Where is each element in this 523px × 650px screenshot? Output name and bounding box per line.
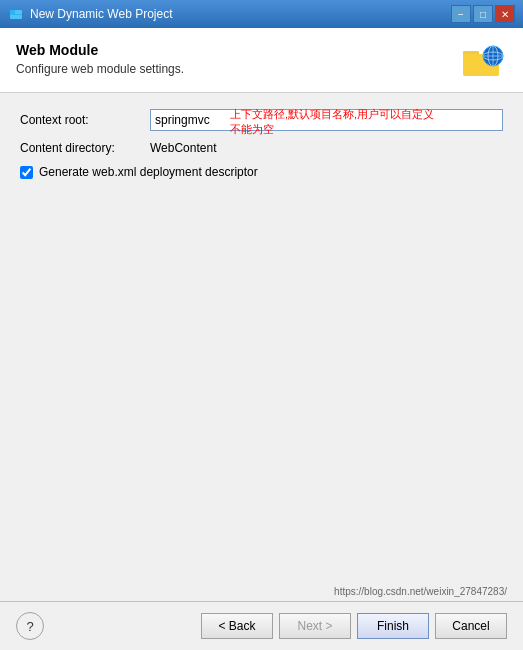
button-bar: ? < Back Next > Finish Cancel (0, 601, 523, 650)
form-section: Context root: 上下文路径,默认项目名称,用户可以自定义 不能为空 … (0, 93, 523, 354)
context-root-input[interactable] (150, 109, 503, 131)
generate-webxml-checkbox[interactable] (20, 166, 33, 179)
url-text: https://blog.csdn.net/weixin_27847283/ (334, 586, 507, 597)
help-button[interactable]: ? (16, 612, 44, 640)
context-root-label: Context root: (20, 113, 150, 127)
context-root-row: Context root: 上下文路径,默认项目名称,用户可以自定义 不能为空 (20, 109, 503, 131)
svg-rect-1 (10, 10, 15, 14)
window-title: New Dynamic Web Project (30, 7, 451, 21)
next-button[interactable]: Next > (279, 613, 351, 639)
generate-webxml-row: Generate web.xml deployment descriptor (20, 165, 503, 179)
app-icon (8, 6, 24, 22)
svg-rect-2 (8, 14, 24, 15)
dialog-header: Web Module Configure web module settings… (0, 28, 523, 93)
cancel-button[interactable]: Cancel (435, 613, 507, 639)
close-button[interactable]: ✕ (495, 5, 515, 23)
dialog-body: Web Module Configure web module settings… (0, 28, 523, 650)
window-controls: − □ ✕ (451, 5, 515, 23)
content-directory-row: Content directory: WebContent (20, 141, 503, 155)
title-bar: New Dynamic Web Project − □ ✕ (0, 0, 523, 28)
url-bar: https://blog.csdn.net/weixin_27847283/ (0, 582, 523, 601)
header-text: Web Module Configure web module settings… (16, 42, 184, 76)
content-dir-value: WebContent (150, 141, 217, 155)
context-root-input-wrapper: 上下文路径,默认项目名称,用户可以自定义 不能为空 (150, 109, 503, 131)
section-subtitle: Configure web module settings. (16, 62, 184, 76)
maximize-button[interactable]: □ (473, 5, 493, 23)
section-title: Web Module (16, 42, 184, 58)
back-button[interactable]: < Back (201, 613, 273, 639)
generate-webxml-label[interactable]: Generate web.xml deployment descriptor (39, 165, 258, 179)
nav-buttons: < Back Next > Finish Cancel (201, 613, 507, 639)
web-project-icon (459, 42, 507, 80)
bottom-spacer (0, 354, 523, 583)
minimize-button[interactable]: − (451, 5, 471, 23)
finish-button[interactable]: Finish (357, 613, 429, 639)
content-dir-label: Content directory: (20, 141, 150, 155)
